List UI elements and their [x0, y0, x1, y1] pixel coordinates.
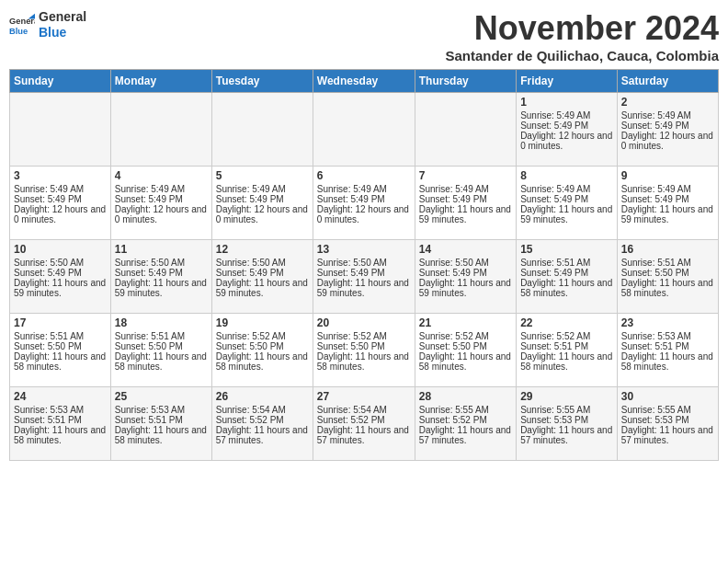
sunset-text: Sunset: 5:49 PM — [419, 268, 512, 278]
sunrise-text: Sunrise: 5:49 AM — [621, 110, 714, 121]
sunset-text: Sunset: 5:52 PM — [317, 415, 411, 425]
calendar-cell: 11Sunrise: 5:50 AMSunset: 5:49 PMDayligh… — [110, 240, 211, 314]
sunset-text: Sunset: 5:49 PM — [115, 194, 208, 204]
sunrise-text: Sunrise: 5:54 AM — [317, 405, 411, 415]
daylight-text: Daylight: 11 hours and 58 minutes. — [621, 351, 714, 372]
daylight-text: Daylight: 11 hours and 57 minutes. — [317, 425, 411, 445]
daylight-text: Daylight: 12 hours and 0 minutes. — [14, 204, 107, 224]
calendar-cell: 10Sunrise: 5:50 AMSunset: 5:49 PMDayligh… — [10, 240, 111, 314]
daylight-text: Daylight: 11 hours and 58 minutes. — [115, 351, 208, 372]
day-number: 27 — [317, 390, 411, 403]
daylight-text: Daylight: 11 hours and 58 minutes. — [216, 351, 309, 372]
sunset-text: Sunset: 5:51 PM — [14, 415, 107, 425]
weekday-header-friday: Friday — [517, 70, 618, 93]
calendar-week-row: 24Sunrise: 5:53 AMSunset: 5:51 PMDayligh… — [10, 387, 719, 461]
calendar-cell: 7Sunrise: 5:49 AMSunset: 5:49 PMDaylight… — [415, 167, 516, 240]
sunrise-text: Sunrise: 5:55 AM — [419, 405, 512, 415]
daylight-text: Daylight: 11 hours and 58 minutes. — [14, 351, 107, 372]
day-number: 30 — [621, 390, 714, 403]
daylight-text: Daylight: 11 hours and 59 minutes. — [216, 278, 309, 298]
calendar-cell: 6Sunrise: 5:49 AMSunset: 5:49 PMDaylight… — [313, 167, 415, 240]
sunset-text: Sunset: 5:52 PM — [419, 415, 512, 425]
sunrise-text: Sunrise: 5:52 AM — [216, 331, 309, 341]
sunrise-text: Sunrise: 5:51 AM — [520, 258, 613, 268]
weekday-header-wednesday: Wednesday — [313, 70, 415, 93]
sunrise-text: Sunrise: 5:52 AM — [419, 331, 512, 341]
sunset-text: Sunset: 5:50 PM — [317, 341, 411, 351]
daylight-text: Daylight: 11 hours and 58 minutes. — [621, 278, 714, 298]
logo-text-general: General — [39, 9, 86, 25]
daylight-text: Daylight: 12 hours and 0 minutes. — [520, 131, 613, 151]
daylight-text: Daylight: 11 hours and 58 minutes. — [317, 351, 411, 372]
daylight-text: Daylight: 11 hours and 59 minutes. — [419, 278, 512, 298]
sunrise-text: Sunrise: 5:51 AM — [621, 258, 714, 268]
day-number: 7 — [419, 169, 512, 182]
logo: General Blue General Blue — [9, 9, 86, 40]
calendar-table: SundayMondayTuesdayWednesdayThursdayFrid… — [9, 69, 719, 461]
daylight-text: Daylight: 11 hours and 57 minutes. — [621, 425, 714, 445]
calendar-cell — [110, 93, 211, 167]
sunset-text: Sunset: 5:49 PM — [216, 194, 309, 204]
day-number: 18 — [115, 316, 208, 329]
calendar-cell — [313, 93, 415, 167]
calendar-cell: 5Sunrise: 5:49 AMSunset: 5:49 PMDaylight… — [211, 167, 313, 240]
day-number: 13 — [317, 243, 411, 256]
sunrise-text: Sunrise: 5:49 AM — [621, 184, 714, 194]
sunset-text: Sunset: 5:50 PM — [419, 341, 512, 351]
sunset-text: Sunset: 5:50 PM — [216, 341, 309, 351]
calendar-cell: 1Sunrise: 5:49 AMSunset: 5:49 PMDaylight… — [517, 93, 618, 167]
calendar-cell: 9Sunrise: 5:49 AMSunset: 5:49 PMDaylight… — [617, 167, 718, 240]
sunset-text: Sunset: 5:49 PM — [621, 121, 714, 131]
sunrise-text: Sunrise: 5:49 AM — [419, 184, 512, 194]
sunrise-text: Sunrise: 5:49 AM — [14, 184, 107, 194]
day-number: 21 — [419, 316, 512, 329]
calendar-week-row: 1Sunrise: 5:49 AMSunset: 5:49 PMDaylight… — [10, 93, 719, 167]
daylight-text: Daylight: 11 hours and 58 minutes. — [520, 351, 613, 372]
day-number: 24 — [14, 390, 107, 403]
sunrise-text: Sunrise: 5:50 AM — [216, 258, 309, 268]
svg-text:Blue: Blue — [9, 27, 28, 36]
calendar-cell: 25Sunrise: 5:53 AMSunset: 5:51 PMDayligh… — [110, 387, 211, 461]
daylight-text: Daylight: 12 hours and 0 minutes. — [621, 131, 714, 151]
calendar-cell: 3Sunrise: 5:49 AMSunset: 5:49 PMDaylight… — [10, 167, 111, 240]
calendar-cell: 30Sunrise: 5:55 AMSunset: 5:53 PMDayligh… — [617, 387, 718, 461]
sunrise-text: Sunrise: 5:49 AM — [317, 184, 411, 194]
calendar-cell: 13Sunrise: 5:50 AMSunset: 5:49 PMDayligh… — [313, 240, 415, 314]
sunrise-text: Sunrise: 5:49 AM — [115, 184, 208, 194]
calendar-cell: 17Sunrise: 5:51 AMSunset: 5:50 PMDayligh… — [10, 314, 111, 387]
daylight-text: Daylight: 11 hours and 57 minutes. — [520, 425, 613, 445]
month-year-title: November 2024 — [445, 9, 719, 48]
daylight-text: Daylight: 11 hours and 57 minutes. — [216, 425, 309, 445]
day-number: 22 — [520, 316, 613, 329]
calendar-cell: 28Sunrise: 5:55 AMSunset: 5:52 PMDayligh… — [415, 387, 516, 461]
weekday-header-saturday: Saturday — [617, 70, 718, 93]
sunrise-text: Sunrise: 5:55 AM — [520, 405, 613, 415]
day-number: 28 — [419, 390, 512, 403]
day-number: 1 — [520, 96, 613, 109]
sunrise-text: Sunrise: 5:52 AM — [520, 331, 613, 341]
day-number: 19 — [216, 316, 309, 329]
sunset-text: Sunset: 5:49 PM — [520, 121, 613, 131]
calendar-cell: 4Sunrise: 5:49 AMSunset: 5:49 PMDaylight… — [110, 167, 211, 240]
day-number: 9 — [621, 169, 714, 182]
sunrise-text: Sunrise: 5:55 AM — [621, 405, 714, 415]
sunset-text: Sunset: 5:53 PM — [520, 415, 613, 425]
calendar-header-row: SundayMondayTuesdayWednesdayThursdayFrid… — [10, 70, 719, 93]
weekday-header-monday: Monday — [110, 70, 211, 93]
sunrise-text: Sunrise: 5:50 AM — [115, 258, 208, 268]
sunset-text: Sunset: 5:49 PM — [419, 194, 512, 204]
sunrise-text: Sunrise: 5:53 AM — [115, 405, 208, 415]
weekday-header-thursday: Thursday — [415, 70, 516, 93]
day-number: 25 — [115, 390, 208, 403]
daylight-text: Daylight: 11 hours and 59 minutes. — [115, 278, 208, 298]
calendar-cell: 19Sunrise: 5:52 AMSunset: 5:50 PMDayligh… — [211, 314, 313, 387]
weekday-header-sunday: Sunday — [10, 70, 111, 93]
daylight-text: Daylight: 11 hours and 58 minutes. — [520, 278, 613, 298]
day-number: 16 — [621, 243, 714, 256]
sunset-text: Sunset: 5:50 PM — [14, 341, 107, 351]
calendar-week-row: 17Sunrise: 5:51 AMSunset: 5:50 PMDayligh… — [10, 314, 719, 387]
sunset-text: Sunset: 5:50 PM — [621, 268, 714, 278]
calendar-cell: 15Sunrise: 5:51 AMSunset: 5:49 PMDayligh… — [517, 240, 618, 314]
sunset-text: Sunset: 5:53 PM — [621, 415, 714, 425]
calendar-cell: 21Sunrise: 5:52 AMSunset: 5:50 PMDayligh… — [415, 314, 516, 387]
